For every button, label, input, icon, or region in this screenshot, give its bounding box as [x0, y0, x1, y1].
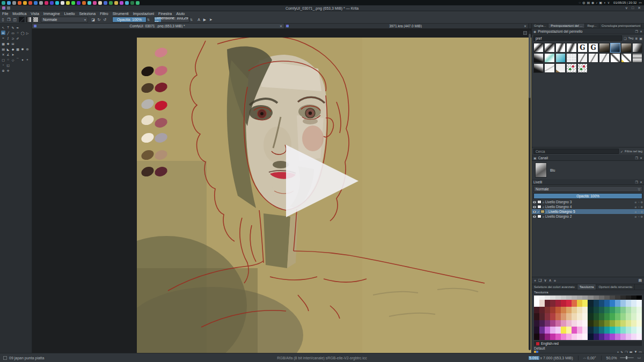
brush-preset[interactable]	[577, 63, 588, 73]
palette-swatch[interactable]	[620, 334, 626, 341]
palette-swatch[interactable]	[588, 307, 593, 314]
brush-preset[interactable]	[544, 53, 554, 63]
palette-swatch[interactable]	[636, 313, 642, 320]
close-docker-icon[interactable]: ✕	[640, 156, 642, 160]
canvas-corner-icon[interactable]	[523, 31, 527, 35]
palette-swatch[interactable]	[577, 313, 582, 320]
rect-select-tool[interactable]: ▢	[1, 57, 5, 62]
brush-preset[interactable]	[533, 43, 544, 53]
palette-swatch[interactable]	[555, 313, 561, 320]
palette-swatch[interactable]	[626, 327, 631, 334]
palette-swatch[interactable]	[636, 307, 642, 314]
palette-swatch[interactable]	[594, 327, 599, 334]
canvas-painting[interactable]	[137, 38, 531, 353]
palette-swatch[interactable]	[545, 334, 550, 341]
duplicate-layer-button[interactable]: ❏	[538, 278, 541, 283]
colorize-tool[interactable]: ⊛	[25, 47, 30, 51]
palette-swatch[interactable]	[582, 320, 588, 327]
filter-funnel-icon[interactable]: ▽	[638, 187, 640, 191]
tray-icon[interactable]: ♪	[596, 1, 597, 4]
docker-tab[interactable]: Griglia...	[532, 24, 548, 28]
document-tab[interactable]: ComfyUI_03071_.png (653,3 MiB) *✕	[32, 24, 284, 28]
eraser-toggle-icon[interactable]: ◪	[90, 17, 96, 23]
palette-swatch[interactable]	[539, 320, 545, 327]
palette-swatch[interactable]	[539, 295, 545, 300]
palette-swatch[interactable]	[566, 327, 572, 334]
tray-icon[interactable]: ◍	[582, 1, 585, 4]
palette-swatch[interactable]	[534, 334, 539, 341]
transform-tool[interactable]: ▦	[1, 41, 5, 46]
desktop-icon[interactable]: ▭	[639, 1, 642, 4]
brush-preview-tile[interactable]	[19, 17, 25, 23]
taskbar-app-icon[interactable]	[114, 1, 118, 5]
ellipse-tool[interactable]: ○	[16, 31, 20, 35]
zoom-slider[interactable]	[620, 357, 634, 358]
palette-swatch[interactable]	[550, 327, 555, 334]
crop-tool[interactable]: ⊞	[11, 41, 15, 46]
layer-row[interactable]: αLivello Disegno 4≋◔⚙	[532, 204, 644, 209]
palette-swatch[interactable]	[610, 320, 615, 327]
menu-livello[interactable]: Livello	[62, 12, 77, 16]
palette-swatch[interactable]	[631, 313, 636, 320]
palette-swatch[interactable]	[615, 307, 620, 314]
filter-check-icon[interactable]: ✓	[620, 150, 623, 153]
palette-swatch[interactable]	[610, 300, 615, 307]
mirror-icon[interactable]: A	[196, 17, 202, 23]
palette-swatch[interactable]	[604, 300, 610, 307]
palette-swatch[interactable]	[588, 300, 593, 307]
taskbar-app-icon[interactable]	[50, 1, 54, 5]
tray-icon[interactable]: ◖	[604, 1, 606, 4]
brush-preset[interactable]	[577, 53, 588, 63]
palette-swatch[interactable]	[561, 295, 566, 300]
taskbar-app-icon[interactable]	[71, 1, 75, 5]
palette-swatch[interactable]	[626, 300, 631, 307]
palette-swatch[interactable]	[550, 313, 555, 320]
palette-swatch[interactable]	[631, 295, 636, 300]
palette-swatch[interactable]	[626, 307, 631, 314]
palette-swatch[interactable]	[594, 295, 599, 300]
palette-swatch[interactable]	[550, 334, 555, 341]
preset-search-input[interactable]: pref	[533, 35, 622, 41]
palette-swatch[interactable]	[577, 320, 582, 327]
brush-preset[interactable]	[632, 43, 642, 53]
wrap-around-icon[interactable]: ▶	[202, 17, 208, 23]
menu-filtro[interactable]: Filtro	[98, 12, 111, 16]
palette-swatch[interactable]	[561, 300, 566, 307]
taskbar-app-icon[interactable]	[55, 1, 59, 5]
smart-patch-tool[interactable]: ✱	[20, 47, 25, 51]
tag-icon[interactable]: ❏	[624, 36, 626, 40]
palette-swatch[interactable]	[561, 320, 566, 327]
menu-seleziona[interactable]: Seleziona	[77, 12, 98, 16]
layer-settings-icon[interactable]: ⚙	[641, 201, 643, 204]
palette-swatch[interactable]	[636, 327, 642, 334]
palette-swatch[interactable]	[615, 295, 620, 300]
palette-swatch[interactable]	[545, 300, 550, 307]
bottom-docker-tab[interactable]: Selettore dei colori avanzato	[532, 284, 577, 290]
close-docker-icon[interactable]: ✕	[640, 180, 642, 184]
palette-swatch[interactable]	[620, 327, 626, 334]
palette-swatch[interactable]	[610, 334, 615, 341]
bottom-docker-tab[interactable]: Tavolozza	[577, 284, 597, 290]
magic-wand-tool[interactable]: ✦	[20, 57, 25, 62]
palette-swatch[interactable]	[545, 307, 550, 314]
reset-icon[interactable]: ↺	[102, 17, 108, 23]
palette-swatch[interactable]	[594, 307, 599, 314]
layer-visibility-icon[interactable]	[533, 206, 536, 208]
layers-header[interactable]: Livelli ❐ ✕	[532, 179, 644, 185]
tray-icon[interactable]: ◉	[591, 1, 594, 4]
palette-swatch[interactable]	[555, 307, 561, 314]
canvas-rotation[interactable]: ⌓ 0,00°	[583, 356, 596, 360]
layers-opacity-slider[interactable]: Opacità: 100%	[533, 193, 642, 199]
palette-swatch[interactable]	[610, 307, 615, 314]
palette-swatch[interactable]	[604, 327, 610, 334]
zoom-tool[interactable]: ⊕	[1, 68, 5, 72]
palette-swatch[interactable]	[588, 313, 593, 320]
close-tab-icon[interactable]: ✕	[524, 24, 526, 28]
bottom-docker-tab[interactable]: Opzioni dello strumento	[596, 284, 635, 290]
brush-preset[interactable]	[533, 63, 544, 73]
close-button[interactable]: ✕	[638, 6, 641, 10]
opacity-spinner[interactable]: ⇅	[147, 18, 150, 21]
inherit-alpha-icon[interactable]: ≋	[634, 215, 636, 218]
layer-settings-icon[interactable]: ⚙	[641, 210, 643, 213]
palette-swatch[interactable]	[631, 320, 636, 327]
